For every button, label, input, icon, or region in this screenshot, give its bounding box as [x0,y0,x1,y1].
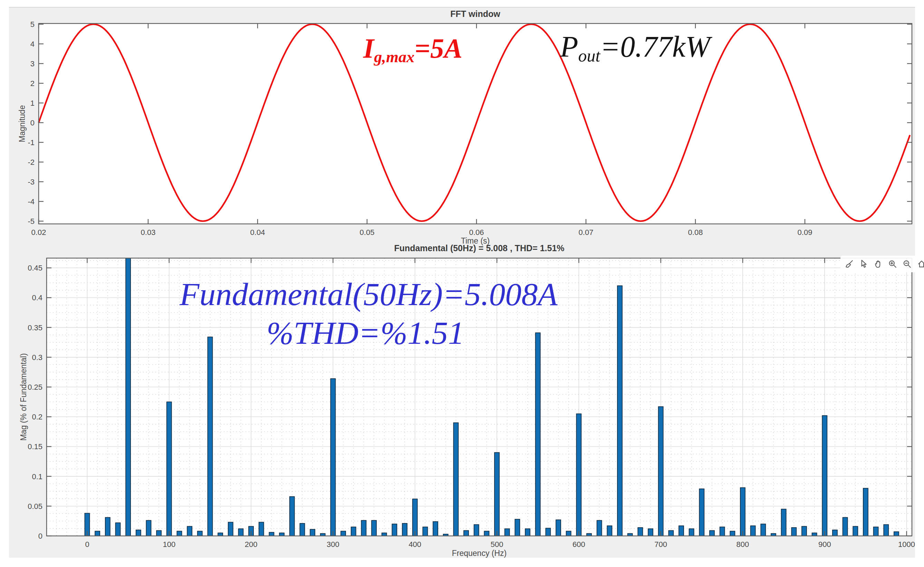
fft-bar [146,520,151,536]
fft-bar [576,414,581,536]
svg-text:4: 4 [30,40,34,48]
annotation-ig-max-subscript: g,max [374,48,414,66]
fft-bar [187,526,192,536]
svg-text:0.05: 0.05 [360,228,375,237]
fft-bar [617,286,622,536]
fft-bar [474,525,479,536]
annotation-p-out-subscript: out [578,46,600,65]
fft-bar [720,527,725,536]
svg-text:0.09: 0.09 [798,228,813,237]
svg-text:0.35: 0.35 [28,323,42,332]
fft-bar [751,526,756,536]
svg-text:0.07: 0.07 [579,228,594,237]
fft-bar [546,528,550,536]
zoom-out-icon[interactable] [901,258,913,270]
zoom-in-icon[interactable] [887,258,898,270]
svg-text:0.45: 0.45 [28,264,42,272]
fft-bar [884,525,888,536]
svg-text:-4: -4 [28,197,34,206]
fft-bar [484,531,489,536]
fft-bar [269,532,274,536]
fft-bar [556,520,561,536]
fft-bar [894,532,899,536]
fft-bar [740,487,745,536]
fft-bar [228,522,233,536]
annotation-p-out-symbol: P [560,30,578,63]
fft-bar [782,509,786,536]
annotation-p-out: Pout=0.77kW [560,30,710,66]
fft-bar [279,533,284,536]
svg-text:1000: 1000 [898,540,915,549]
svg-text:1: 1 [30,99,34,107]
fft-bar [597,520,602,536]
fft-bar [351,527,356,536]
fft-bar [412,499,417,536]
svg-text:0.05: 0.05 [28,502,42,511]
fft-bar [238,529,243,536]
fft-bar [679,526,684,536]
fft-bar [177,531,182,536]
fft-bar [853,526,858,536]
annotation-ig-max: Ig,max=5A [363,33,462,66]
fft-bar [136,530,141,536]
bottom-chart-title: Fundamental (50Hz) = 5.008 , THD= 1.51% [46,243,912,253]
fft-bar [126,258,130,536]
fft-bar [874,527,878,536]
fft-bar [648,529,653,536]
svg-text:400: 400 [408,540,421,549]
svg-text:200: 200 [245,540,258,549]
fft-bar [290,496,294,536]
svg-text:100: 100 [163,540,176,549]
svg-text:-3: -3 [28,177,34,186]
brush-icon[interactable] [843,258,855,270]
svg-text:0: 0 [85,540,89,549]
svg-text:0.04: 0.04 [250,228,265,237]
svg-text:5: 5 [30,20,34,29]
fft-bar [822,416,827,536]
svg-text:0.3: 0.3 [32,353,42,362]
annotation-p-out-value: =0.77kW [600,30,710,63]
fft-bar [167,402,172,536]
fft-bar [791,528,796,536]
annotation-ig-max-symbol: I [363,33,374,63]
fft-bar [843,517,848,536]
fft-bar [863,488,868,536]
fft-bar [505,529,510,536]
home-icon[interactable] [916,258,924,270]
svg-text:0: 0 [30,119,34,127]
fft-bar [361,520,366,536]
fft-bar [310,529,315,536]
fft-bar [812,533,817,536]
svg-text:-5: -5 [28,217,34,226]
svg-text:0.06: 0.06 [469,228,484,237]
svg-text:-2: -2 [28,158,34,167]
fft-bar [730,531,735,536]
fft-bar [464,530,468,536]
fft-bar [95,531,100,536]
svg-text:300: 300 [327,540,339,549]
fft-bar [372,520,376,536]
svg-text:0: 0 [38,532,42,540]
svg-text:700: 700 [654,540,667,549]
fft-bar [699,489,704,536]
svg-text:2: 2 [30,79,34,88]
fft-bar [259,522,264,536]
fft-bar [802,526,807,536]
svg-text:0.15: 0.15 [28,442,42,451]
fft-bar [669,530,674,536]
fft-bar [433,522,438,536]
bottom-chart-ylabel: Mag (% of Fundamental) [19,353,28,441]
fft-bar [198,531,202,536]
top-chart-title: FFT window [39,9,912,19]
annotation-ig-max-value: =5A [414,33,462,63]
fft-bar [566,531,571,536]
fft-bar [453,423,458,536]
datatip-icon[interactable] [858,258,870,270]
pan-icon[interactable] [872,258,884,270]
fft-bar [536,333,540,536]
bottom-chart-xlabel: Frequency (Hz) [46,549,912,558]
annotation-thd: %THD=%1.51 [267,315,464,351]
fft-bar [105,517,110,536]
fft-bar [638,528,643,536]
fft-bar [525,529,530,536]
